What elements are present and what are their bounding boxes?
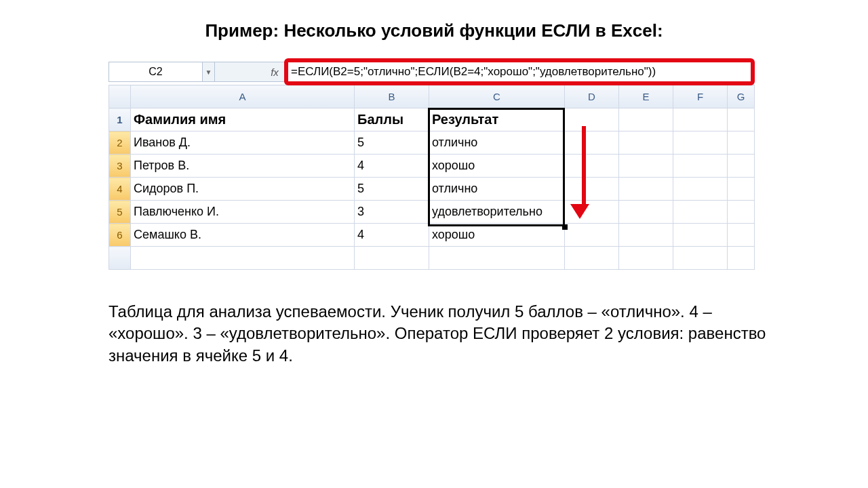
select-all-corner[interactable] <box>109 85 131 108</box>
cell[interactable] <box>619 108 673 131</box>
cell[interactable] <box>728 224 755 247</box>
cell[interactable] <box>619 247 673 270</box>
cell-A6[interactable]: Семашко В. <box>131 224 355 247</box>
cell-B3[interactable]: 4 <box>355 155 429 178</box>
row-header-3[interactable]: 3 <box>109 155 131 178</box>
cell-A4[interactable]: Сидоров П. <box>131 178 355 201</box>
col-header-B[interactable]: B <box>355 85 429 108</box>
cell-A5[interactable]: Павлюченко И. <box>131 201 355 224</box>
cell[interactable] <box>429 247 565 270</box>
table-row: 3 Петров В. 4 хорошо <box>109 155 755 178</box>
cell[interactable] <box>673 224 728 247</box>
spreadsheet-grid[interactable]: A B C D E F G 1 Фамилия имя Баллы Резуль… <box>108 85 755 270</box>
cell-B2[interactable]: 5 <box>355 131 429 155</box>
formula-bar-row: C2 ▼ fx =ЕСЛИ(B2=5;"отлично";ЕСЛИ(B2=4;"… <box>108 62 753 82</box>
cell-C4[interactable]: отлично <box>429 178 565 201</box>
row-header-1[interactable]: 1 <box>109 108 131 131</box>
cell-C6[interactable]: хорошо <box>429 224 565 247</box>
cell[interactable] <box>619 155 673 178</box>
table-row: 2 Иванов Д. 5 отлично <box>109 131 755 155</box>
cell[interactable] <box>619 178 673 201</box>
cell[interactable] <box>565 224 619 247</box>
cell[interactable] <box>565 178 619 201</box>
cell-B1[interactable]: Баллы <box>355 108 429 131</box>
cell[interactable] <box>619 201 673 224</box>
cell[interactable] <box>565 108 619 131</box>
cell[interactable] <box>565 247 619 270</box>
row-header-4[interactable]: 4 <box>109 178 131 201</box>
table-row: 4 Сидоров П. 5 отлично <box>109 178 755 201</box>
excel-screenshot: C2 ▼ fx =ЕСЛИ(B2=5;"отлично";ЕСЛИ(B2=4;"… <box>108 62 753 270</box>
table-row: 6 Семашко В. 4 хорошо <box>109 224 755 247</box>
cell-A3[interactable]: Петров В. <box>131 155 355 178</box>
cell[interactable] <box>728 178 755 201</box>
cell-C1[interactable]: Результат <box>429 108 565 131</box>
cell-A1[interactable]: Фамилия имя <box>131 108 355 131</box>
fx-icon[interactable]: fx <box>262 66 287 78</box>
cell-B4[interactable]: 5 <box>355 178 429 201</box>
cell[interactable] <box>565 155 619 178</box>
col-header-E[interactable]: E <box>619 85 673 108</box>
caption-text: Таблица для анализа успеваемости. Ученик… <box>108 301 766 367</box>
cell[interactable] <box>673 131 728 155</box>
cell[interactable] <box>728 247 755 270</box>
col-header-A[interactable]: A <box>131 85 355 108</box>
row-header-2[interactable]: 2 <box>109 131 131 155</box>
col-header-D[interactable]: D <box>565 85 619 108</box>
col-header-G[interactable]: G <box>728 85 755 108</box>
cell-A2[interactable]: Иванов Д. <box>131 131 355 155</box>
column-headers: A B C D E F G <box>109 85 755 108</box>
cell[interactable] <box>565 131 619 155</box>
cell[interactable] <box>728 131 755 155</box>
cell[interactable] <box>673 178 728 201</box>
table-row: 5 Павлюченко И. 3 удовлетворительно <box>109 201 755 224</box>
col-header-F[interactable]: F <box>673 85 728 108</box>
formula-bar[interactable]: =ЕСЛИ(B2=5;"отлично";ЕСЛИ(B2=4;"хорошо";… <box>287 62 752 81</box>
cell[interactable] <box>673 108 728 131</box>
row-header-blank[interactable] <box>109 247 131 270</box>
row-header-5[interactable]: 5 <box>109 201 131 224</box>
cell[interactable] <box>619 224 673 247</box>
arrow-down-icon <box>578 126 589 219</box>
cell-C5[interactable]: удовлетворительно <box>429 201 565 224</box>
cell[interactable] <box>619 131 673 155</box>
table-row <box>109 247 755 270</box>
cell[interactable] <box>673 155 728 178</box>
table-row: 1 Фамилия имя Баллы Результат <box>109 108 755 131</box>
cell-B6[interactable]: 4 <box>355 224 429 247</box>
cell[interactable] <box>728 201 755 224</box>
col-header-C[interactable]: C <box>429 85 565 108</box>
cell[interactable] <box>728 108 755 131</box>
name-box[interactable]: C2 <box>109 62 203 81</box>
cell-C3[interactable]: хорошо <box>429 155 565 178</box>
cell[interactable] <box>728 155 755 178</box>
fill-handle[interactable] <box>562 224 568 230</box>
row-header-6[interactable]: 6 <box>109 224 131 247</box>
cell[interactable] <box>131 247 355 270</box>
cell-B5[interactable]: 3 <box>355 201 429 224</box>
cell[interactable] <box>673 201 728 224</box>
cell[interactable] <box>355 247 429 270</box>
cell[interactable] <box>673 247 728 270</box>
cell-C2[interactable]: отлично <box>429 131 565 155</box>
name-box-dropdown-icon[interactable]: ▼ <box>203 62 215 81</box>
page-title: Пример: Несколько условий функции ЕСЛИ в… <box>41 20 827 41</box>
